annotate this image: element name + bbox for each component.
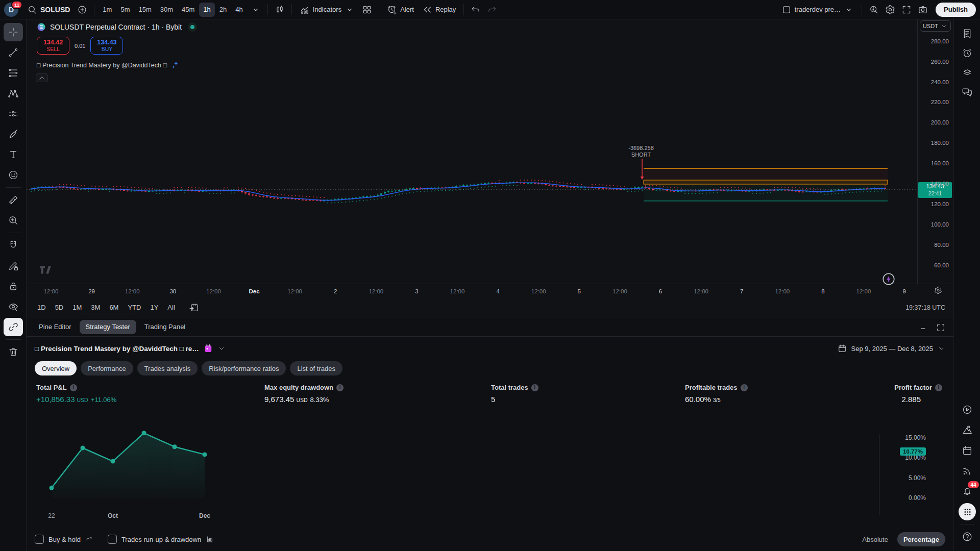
buy-button[interactable]: 134.43 BUY — [90, 37, 123, 55]
symbol-search-button[interactable]: SOLUSD — [23, 2, 74, 17]
panel-maximize-button[interactable] — [933, 320, 948, 335]
range-1Y[interactable]: 1Y — [145, 301, 163, 314]
timeframe-30m[interactable]: 30m — [156, 3, 177, 17]
remove-drawings-tool[interactable] — [4, 343, 23, 361]
crosshair-tool[interactable] — [4, 23, 23, 41]
replay-button[interactable]: Replay — [419, 2, 459, 17]
range-5D[interactable]: 5D — [51, 301, 68, 314]
alert-button[interactable]: Alert — [383, 2, 418, 17]
view-tab-overview[interactable]: Overview — [35, 361, 77, 375]
drawing-mode-tool[interactable] — [4, 257, 23, 275]
info-icon[interactable]: i — [531, 384, 538, 391]
runup-drawdown-checkbox[interactable] — [108, 535, 117, 544]
backtest-date-range[interactable]: Sep 9, 2025 — Dec 8, 2025 — [837, 343, 945, 354]
ideas-button[interactable] — [958, 421, 977, 439]
help-button[interactable] — [958, 528, 977, 546]
legend-collapse-button[interactable] — [36, 73, 48, 82]
panel-tab-trading-panel[interactable]: Trading Panel — [138, 320, 191, 334]
panel-tab-pine-editor[interactable]: Pine Editor — [33, 320, 78, 334]
avatar[interactable]: D 11 — [4, 3, 18, 17]
buy-and-hold-toggle[interactable]: Buy & hold — [35, 535, 93, 544]
brush-tool[interactable] — [4, 125, 23, 143]
zoom-in-tool[interactable] — [4, 211, 23, 230]
timeframe-dropdown-button[interactable] — [248, 2, 263, 17]
chart-legend-title[interactable]: SOLUSDT Perpetual Contract · 1h · Bybit — [37, 22, 197, 32]
alerts-button[interactable] — [958, 44, 977, 62]
scale-option-percentage[interactable]: Percentage — [897, 532, 945, 546]
apps-grid-button[interactable] — [958, 503, 977, 521]
price-chart[interactable]: -3698.258SHORT SOLUSDT Perpetual Contrac… — [27, 19, 917, 284]
chevron-down-icon[interactable] — [217, 344, 226, 353]
view-tab-trades-analysis[interactable]: Trades analysis — [137, 361, 198, 375]
timeframe-1h[interactable]: 1h — [199, 3, 214, 17]
sell-button[interactable]: 134.42 SELL — [37, 37, 69, 55]
view-tab-list-of-trades[interactable]: List of trades — [290, 361, 342, 375]
timeframe-4h[interactable]: 4h — [231, 3, 247, 17]
magnet-tool[interactable] — [4, 236, 23, 255]
range-3M[interactable]: 3M — [86, 301, 105, 314]
utc-clock[interactable]: 19:37:18 UTC — [905, 304, 947, 311]
info-icon[interactable]: i — [70, 384, 77, 391]
hide-drawings-tool[interactable] — [4, 297, 23, 316]
price-axis[interactable]: USDT 134.43 22:41 280.00260.00240.00220.… — [917, 19, 953, 284]
emoji-tool[interactable] — [4, 166, 23, 184]
settings-button[interactable] — [883, 2, 898, 17]
strategy-calendar-icon[interactable] — [203, 343, 213, 354]
sync-drawings-tool[interactable] — [4, 318, 23, 336]
view-tab-risk-performance-ratios[interactable]: Risk/performance ratios — [202, 361, 286, 375]
panel-tab-strategy-tester[interactable]: Strategy Tester — [80, 320, 136, 334]
indicator-templates-button[interactable] — [359, 2, 375, 17]
timeframe-45m[interactable]: 45m — [178, 3, 199, 17]
info-icon[interactable]: i — [741, 384, 748, 391]
layout-select-button[interactable]: traderdev pre… — [778, 2, 857, 17]
range-6M[interactable]: 6M — [105, 301, 123, 314]
indicator-legend[interactable]: □ Precision Trend Mastery by @DaviddTech… — [37, 60, 180, 70]
fullscreen-button[interactable] — [899, 2, 914, 17]
trend-line-tool[interactable] — [4, 43, 23, 62]
measure-tool[interactable] — [4, 191, 23, 209]
timeframe-1m[interactable]: 1m — [99, 3, 116, 17]
range-YTD[interactable]: YTD — [123, 301, 145, 314]
publish-button[interactable]: Publish — [936, 3, 976, 17]
compare-add-button[interactable] — [75, 2, 90, 17]
strategy-title[interactable]: □ Precision Trend Mastery by @DaviddTech… — [35, 345, 199, 353]
view-tab-performance[interactable]: Performance — [81, 361, 133, 375]
quick-search-button[interactable] — [866, 2, 881, 17]
bot-lightning-button[interactable] — [881, 271, 896, 287]
market-status[interactable] — [188, 22, 197, 32]
watchlist-button[interactable] — [958, 24, 977, 43]
notifications-button[interactable]: 44 — [958, 482, 977, 500]
indicators-button[interactable]: Indicators — [296, 2, 358, 17]
streams-button[interactable] — [958, 400, 977, 419]
info-icon[interactable]: i — [336, 384, 344, 391]
text-tool[interactable] — [4, 145, 23, 164]
time-axis[interactable]: 12:002912:003012:00Dec12:00212:00312:004… — [27, 284, 953, 298]
calendar-button[interactable] — [958, 441, 977, 460]
panel-minimize-button[interactable] — [916, 320, 931, 335]
redo-button[interactable] — [484, 2, 500, 17]
forecast-tool[interactable] — [4, 105, 23, 123]
range-1M[interactable]: 1M — [68, 301, 86, 314]
currency-selector[interactable]: USDT — [920, 20, 951, 32]
lock-drawings-tool[interactable] — [4, 277, 23, 295]
timeframe-5m[interactable]: 5m — [116, 3, 134, 17]
range-All[interactable]: All — [163, 301, 179, 314]
snapshot-button[interactable] — [915, 2, 930, 17]
xabcd-pattern-tool[interactable] — [4, 84, 23, 103]
chat-button[interactable] — [958, 83, 977, 101]
undo-button[interactable] — [468, 2, 483, 17]
goto-date-button[interactable] — [186, 300, 202, 315]
axis-settings-gear-icon[interactable] — [934, 286, 942, 294]
range-1D[interactable]: 1D — [33, 301, 51, 314]
news-button[interactable] — [958, 462, 977, 480]
runup-drawdown-toggle[interactable]: Trades run-up & drawdown — [108, 535, 214, 544]
info-icon[interactable]: i — [935, 384, 942, 391]
chart-style-button[interactable] — [272, 2, 287, 17]
candlestick-chart[interactable]: -3698.258SHORT — [27, 19, 917, 284]
timeframe-15m[interactable]: 15m — [134, 3, 155, 17]
scale-option-absolute[interactable]: Absolute — [856, 532, 894, 546]
equity-curve-chart[interactable] — [41, 428, 235, 504]
object-tree-button[interactable] — [958, 63, 977, 82]
buy-and-hold-checkbox[interactable] — [35, 535, 44, 544]
timeframe-2h[interactable]: 2h — [215, 3, 231, 17]
